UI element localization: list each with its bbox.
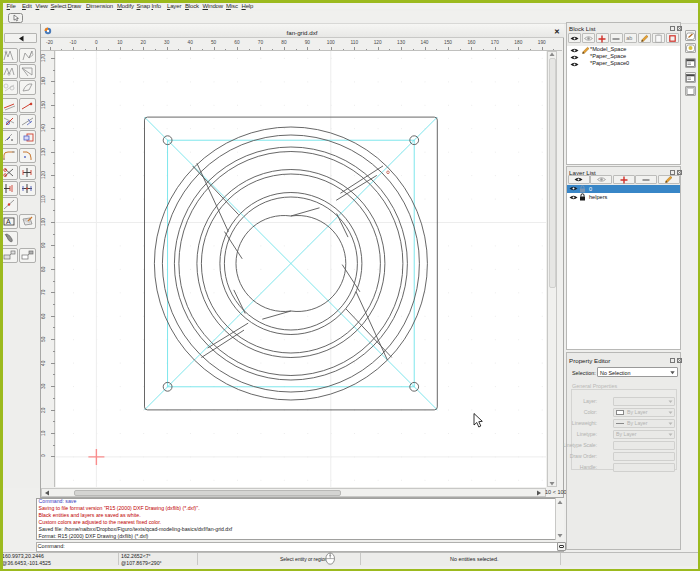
svg-text:A: A	[6, 218, 11, 225]
